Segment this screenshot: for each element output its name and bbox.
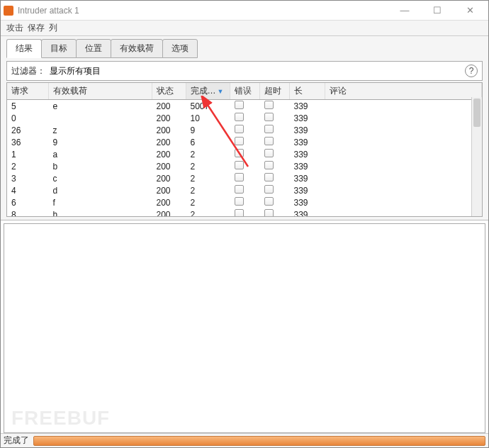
cell-status: 200 [152,148,186,160]
cell-request: 8 [7,208,48,217]
table-row[interactable]: 3692006339 [7,136,482,148]
col-comment[interactable]: 评论 [325,83,482,100]
tab-position[interactable]: 位置 [76,39,111,58]
cell-error [230,148,259,160]
cell-timeout [259,148,289,160]
minimize-button[interactable]: — [389,2,420,19]
menu-save[interactable]: 保存 [28,22,45,34]
filter-bar[interactable]: 过滤器： 显示所有项目 ? [6,61,483,81]
cell-completed: 2 [186,148,230,160]
cell-error [230,160,259,172]
error-checkbox[interactable] [235,137,244,145]
cell-status: 200 [152,196,186,208]
table-row[interactable]: 3c2002339 [7,172,482,184]
filter-label: 过滤器： [11,65,45,77]
table-row[interactable]: 020010339 [7,112,482,124]
timeout-checkbox[interactable] [264,149,274,157]
timeout-checkbox[interactable] [264,185,274,194]
cell-error [230,100,259,113]
cell-status: 200 [152,136,186,148]
tab-payload[interactable]: 有效载荷 [111,39,163,58]
cell-timeout [259,100,289,113]
col-length[interactable]: 长 [289,83,325,100]
cell-comment [325,112,482,124]
menu-attack[interactable]: 攻击 [6,22,23,34]
tab-options[interactable]: 选项 [162,39,198,58]
error-checkbox[interactable] [235,149,244,157]
timeout-checkbox[interactable] [264,209,274,217]
cell-comment [325,148,482,160]
timeout-checkbox[interactable] [264,137,274,145]
maximize-button[interactable]: ☐ [422,2,453,19]
error-checkbox[interactable] [235,209,244,217]
cell-comment [325,184,482,196]
col-error[interactable]: 错误 [230,83,259,100]
cell-request: 3 [7,172,48,184]
cell-comment [325,160,482,172]
filter-text: 显示所有项目 [50,65,101,77]
error-checkbox[interactable] [235,197,244,206]
cell-error [230,172,259,184]
table-row[interactable]: 1a2002339 [7,148,482,160]
error-checkbox[interactable] [235,161,244,169]
tab-results[interactable]: 结果 [6,39,42,58]
timeout-checkbox[interactable] [264,125,274,133]
col-request[interactable]: 请求 [7,83,48,100]
cell-length: 339 [289,148,325,160]
watermark: FREEBUF [11,407,110,430]
table-row[interactable]: 4d2002339 [7,184,482,196]
menu-columns[interactable]: 列 [49,22,57,34]
help-icon[interactable]: ? [465,65,478,77]
vertical-scrollbar[interactable] [471,97,482,216]
col-completed[interactable]: 完成…▼ [186,83,230,100]
cell-status: 200 [152,172,186,184]
error-checkbox[interactable] [235,101,244,109]
error-checkbox[interactable] [235,125,244,133]
close-button[interactable]: ✕ [454,2,485,19]
cell-request: 4 [7,184,48,196]
col-status[interactable]: 状态 [152,83,186,100]
cell-completed: 10 [186,112,230,124]
table-row[interactable]: 6f2002339 [7,196,482,208]
cell-length: 339 [289,112,325,124]
cell-completed: 2 [186,172,230,184]
menubar: 攻击 保存 列 [1,21,488,36]
cell-status: 200 [152,208,186,217]
cell-payload: h [48,208,152,217]
cell-comment [325,136,482,148]
col-payload[interactable]: 有效载荷 [48,83,152,100]
cell-timeout [259,124,289,136]
cell-payload: b [48,160,152,172]
table-row[interactable]: 2b2002339 [7,160,482,172]
cell-request: 1 [7,148,48,160]
cell-length: 339 [289,196,325,208]
cell-payload [48,112,152,124]
table-row[interactable]: 26z2009339 [7,124,482,136]
cell-error [230,208,259,217]
col-timeout[interactable]: 超时 [259,83,289,100]
detail-panel: FREEBUF [4,223,485,433]
cell-completed: 6 [186,136,230,148]
cell-length: 339 [289,208,325,217]
timeout-checkbox[interactable] [264,197,274,206]
timeout-checkbox[interactable] [264,173,274,181]
table-row[interactable]: 8h2002339 [7,208,482,217]
error-checkbox[interactable] [235,185,244,194]
timeout-checkbox[interactable] [264,161,274,169]
error-checkbox[interactable] [235,173,244,181]
timeout-checkbox[interactable] [264,113,274,121]
cell-status: 200 [152,100,186,113]
cell-timeout [259,184,289,196]
table-row[interactable]: 5e2005007339 [7,100,482,113]
cell-payload: a [48,148,152,160]
tab-target[interactable]: 目标 [41,39,77,58]
cell-status: 200 [152,160,186,172]
tab-bar: 结果 目标 位置 有效载荷 选项 [6,39,485,58]
cell-comment [325,100,482,113]
timeout-checkbox[interactable] [264,101,274,109]
cell-length: 339 [289,100,325,113]
cell-completed: 5007 [186,100,230,113]
cell-comment [325,196,482,208]
cell-error [230,136,259,148]
error-checkbox[interactable] [235,113,244,121]
